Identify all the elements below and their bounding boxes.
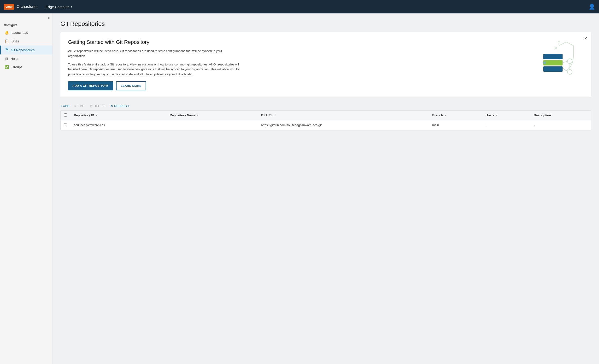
- svg-point-14: [555, 47, 556, 49]
- refresh-label: ↻ REFRESH: [111, 104, 129, 108]
- close-button[interactable]: ✕: [584, 36, 588, 41]
- sidebar-item-label: Sites: [11, 39, 19, 43]
- svg-point-2: [7, 48, 8, 49]
- card-paragraph1: All Git repositories will be listed here…: [68, 49, 241, 59]
- card-illustration: [529, 37, 577, 81]
- col-header-repo-id-label: Repository ID: [74, 113, 94, 117]
- sidebar-item-label: Hosts: [10, 57, 19, 61]
- hosts-icon: 🖥: [5, 57, 8, 61]
- col-header-hosts-label: Hosts: [485, 113, 494, 117]
- svg-rect-7: [543, 60, 563, 65]
- card-paragraph2: To use this feature, first add a Git rep…: [68, 62, 241, 77]
- branch-filter-icon[interactable]: ▼: [444, 114, 447, 116]
- svg-point-10: [567, 70, 572, 74]
- sites-icon: 📋: [5, 39, 9, 43]
- add-button[interactable]: + ADD: [61, 104, 70, 108]
- row-description: -: [530, 120, 591, 130]
- card-title: Getting Started with Git Repository: [68, 39, 584, 45]
- col-header-git-url-label: Git URL: [261, 113, 273, 117]
- svg-rect-6: [543, 54, 563, 59]
- table-container: Repository ID ▼ Repository Name ▼: [61, 110, 591, 130]
- add-git-repository-button[interactable]: ADD A GIT REPOSITORY: [68, 81, 113, 90]
- col-header-description: Description: [530, 111, 591, 120]
- sidebar-collapse[interactable]: «: [0, 13, 53, 22]
- nav-brand: Orchestrator: [17, 5, 38, 9]
- hosts-filter-icon[interactable]: ▼: [495, 114, 498, 116]
- card-actions: ADD A GIT REPOSITORY LEARN MORE: [68, 81, 584, 90]
- repo-id-filter-icon[interactable]: ▼: [96, 114, 98, 116]
- sidebar-item-git-repositories[interactable]: Git Repositories: [0, 45, 53, 54]
- col-header-git-url: Git URL ▼: [258, 111, 429, 120]
- col-header-repo-name-label: Repository Name: [170, 113, 195, 117]
- page-title: Git Repositories: [61, 20, 591, 27]
- learn-more-button[interactable]: LEARN MORE: [116, 81, 146, 90]
- svg-line-11: [563, 61, 567, 63]
- sidebar-item-groups[interactable]: ✅ Groups: [0, 63, 53, 71]
- sidebar-item-launchpad[interactable]: 🔔 Launchpad: [0, 28, 53, 37]
- select-all-checkbox[interactable]: [64, 113, 67, 116]
- user-icon[interactable]: 👤: [589, 4, 595, 10]
- sidebar-item-label: Git Repositories: [11, 48, 35, 52]
- row-checkbox[interactable]: [64, 123, 67, 126]
- svg-rect-8: [543, 66, 563, 72]
- svg-point-1: [7, 50, 8, 51]
- table-row[interactable]: soultecag/vmware-ecs https://github.com/…: [61, 120, 591, 130]
- delete-label: 🗑 DELETE: [90, 104, 106, 108]
- chevron-down-icon: ▾: [71, 5, 72, 9]
- row-repo-id: soultecag/vmware-ecs: [70, 120, 167, 130]
- nav-dropdown-label: Edge Compute: [45, 5, 70, 9]
- svg-point-9: [567, 59, 572, 63]
- edit-label: ✏ EDIT: [74, 104, 85, 108]
- data-table: Repository ID ▼ Repository Name ▼: [61, 111, 591, 130]
- table-header-row: Repository ID ▼ Repository Name ▼: [61, 111, 591, 120]
- delete-button[interactable]: 🗑 DELETE: [90, 104, 106, 108]
- row-repo-name: [167, 120, 258, 130]
- sidebar-item-label: Launchpad: [11, 31, 28, 35]
- svg-line-5: [6, 49, 7, 50]
- sidebar-collapse-button[interactable]: «: [48, 16, 50, 20]
- top-nav: vmw Orchestrator Edge Compute ▾ 👤: [0, 0, 599, 13]
- git-repositories-icon: [5, 48, 9, 52]
- sidebar-item-sites[interactable]: 📋 Sites: [0, 37, 53, 45]
- table-toolbar: + ADD ✏ EDIT 🗑 DELETE ↻ REFRESH: [61, 102, 591, 110]
- sidebar: « Configure 🔔 Launchpad 📋 Sites Git: [0, 13, 53, 364]
- sidebar-item-label: Groups: [11, 65, 23, 69]
- svg-point-0: [5, 48, 6, 49]
- nav-dropdown[interactable]: Edge Compute ▾: [45, 5, 72, 9]
- getting-started-card: ✕: [61, 32, 591, 97]
- sidebar-section-title: Configure: [0, 22, 53, 28]
- select-all-header: [61, 111, 70, 120]
- launchpad-icon: 🔔: [5, 30, 9, 35]
- row-branch: main: [429, 120, 482, 130]
- repo-name-filter-icon[interactable]: ▼: [197, 114, 199, 116]
- add-label: + ADD: [61, 104, 70, 108]
- row-hosts: 0: [482, 120, 530, 130]
- col-header-repo-id: Repository ID ▼: [70, 111, 167, 120]
- sidebar-item-hosts[interactable]: 🖥 Hosts: [0, 54, 53, 63]
- row-checkbox-cell: [61, 120, 70, 130]
- col-header-hosts: Hosts ▼: [482, 111, 530, 120]
- vmw-logo: vmw: [4, 4, 14, 9]
- main-content: Git Repositories ✕: [53, 13, 599, 364]
- col-header-branch-label: Branch: [432, 113, 443, 117]
- groups-icon: ✅: [5, 65, 9, 69]
- col-header-repo-name: Repository Name ▼: [167, 111, 258, 120]
- col-header-branch: Branch ▼: [429, 111, 482, 120]
- col-header-description-label: Description: [534, 113, 551, 117]
- git-url-filter-icon[interactable]: ▼: [274, 114, 276, 116]
- refresh-button[interactable]: ↻ REFRESH: [111, 104, 129, 108]
- edit-button[interactable]: ✏ EDIT: [74, 104, 85, 108]
- svg-point-13: [558, 42, 560, 43]
- table-body: soultecag/vmware-ecs https://github.com/…: [61, 120, 591, 130]
- row-git-url: https://github.com/soultecag/vmware-ecs.…: [258, 120, 429, 130]
